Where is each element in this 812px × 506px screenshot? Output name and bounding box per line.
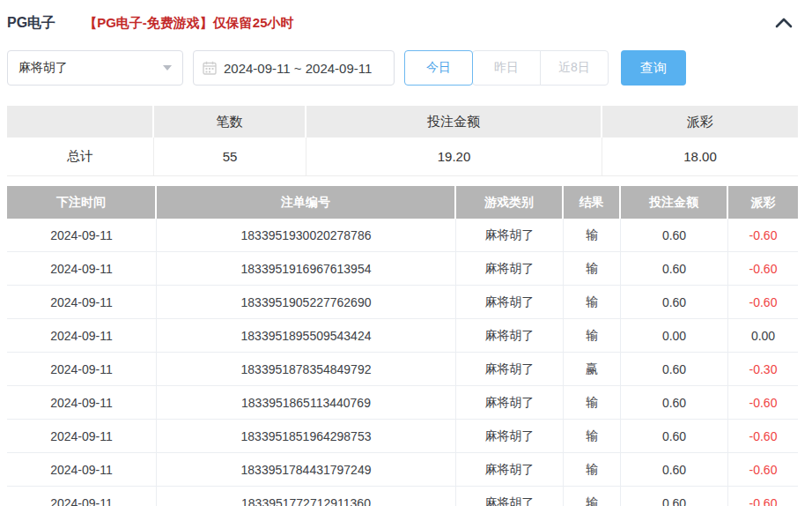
summary-header-blank bbox=[7, 106, 154, 138]
record-payout: -0.30 bbox=[728, 353, 798, 385]
record-order-no: 1833951916967613954 bbox=[157, 252, 456, 285]
record-game: 麻将胡了 bbox=[456, 286, 564, 318]
records-header-order-no: 注单编号 bbox=[157, 186, 456, 219]
record-date: 2024-09-11 bbox=[7, 319, 157, 352]
record-date: 2024-09-11 bbox=[7, 353, 157, 385]
panel-title: PG电子 bbox=[7, 14, 55, 33]
record-bet-amount: 0.60 bbox=[621, 420, 728, 452]
record-order-no: 1833951772712911360 bbox=[157, 487, 456, 506]
game-select-value: 麻将胡了 bbox=[18, 60, 163, 76]
record-date: 2024-09-11 bbox=[7, 252, 157, 285]
chevron-down-icon bbox=[163, 65, 172, 71]
summary-total-count: 55 bbox=[154, 138, 306, 175]
record-bet-amount: 0.60 bbox=[621, 386, 728, 419]
summary-header-bet-amount: 投注金额 bbox=[306, 106, 602, 138]
record-result: 输 bbox=[564, 453, 621, 486]
calendar-icon bbox=[203, 61, 217, 75]
today-button[interactable]: 今日 bbox=[404, 50, 473, 86]
quick-date-buttons: 今日 昨日 近8日 bbox=[404, 50, 609, 86]
summary-header-count: 笔数 bbox=[154, 106, 306, 138]
last8days-button[interactable]: 近8日 bbox=[540, 50, 609, 86]
record-payout: -0.60 bbox=[728, 219, 798, 251]
chevron-up-icon bbox=[775, 18, 793, 28]
record-payout: -0.60 bbox=[728, 420, 798, 452]
record-bet-amount: 0.60 bbox=[621, 453, 728, 486]
table-row: 2024-09-111833951905227762690麻将胡了输0.60-0… bbox=[7, 286, 798, 319]
summary-total-label: 总计 bbox=[7, 138, 154, 175]
record-game: 麻将胡了 bbox=[456, 353, 564, 385]
table-row: 2024-09-111833951895509543424麻将胡了输0.000.… bbox=[7, 319, 798, 353]
panel-notice: 【PG电子-免费游戏】仅保留25小时 bbox=[84, 15, 293, 32]
table-row: 2024-09-111833951930020278786麻将胡了输0.60-0… bbox=[7, 219, 798, 252]
yesterday-button[interactable]: 昨日 bbox=[472, 50, 541, 86]
record-date: 2024-09-11 bbox=[7, 386, 157, 419]
summary-total-row: 总计 55 19.20 18.00 bbox=[7, 138, 798, 176]
record-order-no: 1833951851964298753 bbox=[157, 420, 456, 452]
records-header-payout: 派彩 bbox=[728, 186, 798, 219]
record-game: 麻将胡了 bbox=[456, 453, 564, 486]
record-game: 麻将胡了 bbox=[456, 252, 564, 285]
record-game: 麻将胡了 bbox=[456, 487, 564, 506]
record-payout: -0.60 bbox=[728, 487, 798, 506]
table-row: 2024-09-111833951784431797249麻将胡了输0.60-0… bbox=[7, 453, 798, 487]
collapse-panel-button[interactable] bbox=[773, 12, 794, 33]
record-bet-amount: 0.60 bbox=[621, 252, 728, 285]
pg-records-panel: PG电子 【PG电子-免费游戏】仅保留25小时 麻将胡了 bbox=[0, 0, 812, 506]
record-result: 输 bbox=[564, 286, 621, 318]
record-result: 输 bbox=[564, 487, 621, 506]
record-order-no: 1833951878354849792 bbox=[157, 353, 456, 385]
summary-total-payout: 18.00 bbox=[602, 138, 798, 175]
record-result: 输 bbox=[564, 420, 621, 452]
record-result: 输 bbox=[564, 219, 621, 251]
record-bet-amount: 0.00 bbox=[621, 319, 728, 352]
record-bet-amount: 0.60 bbox=[621, 219, 728, 251]
query-button[interactable]: 查询 bbox=[621, 50, 686, 86]
date-range-picker[interactable]: 2024-09-11 ~ 2024-09-11 bbox=[193, 50, 395, 86]
record-date: 2024-09-11 bbox=[7, 487, 157, 506]
record-bet-amount: 0.60 bbox=[621, 487, 728, 506]
table-row: 2024-09-111833951865113440769麻将胡了输0.60-0… bbox=[7, 386, 798, 420]
record-date: 2024-09-11 bbox=[7, 219, 157, 251]
record-game: 麻将胡了 bbox=[456, 319, 564, 352]
records-header-result: 结果 bbox=[564, 186, 621, 219]
table-row: 2024-09-111833951878354849792麻将胡了赢0.60-0… bbox=[7, 353, 798, 386]
record-order-no: 1833951930020278786 bbox=[157, 219, 456, 251]
record-date: 2024-09-11 bbox=[7, 420, 157, 452]
summary-table: 笔数 投注金额 派彩 总计 55 19.20 18.00 bbox=[7, 106, 798, 176]
summary-header-row: 笔数 投注金额 派彩 bbox=[7, 106, 798, 138]
record-bet-amount: 0.60 bbox=[621, 286, 728, 318]
records-header-bet-amount: 投注金额 bbox=[621, 186, 728, 219]
record-result: 输 bbox=[564, 252, 621, 285]
game-select[interactable]: 麻将胡了 bbox=[7, 50, 183, 86]
record-game: 麻将胡了 bbox=[456, 420, 564, 452]
record-order-no: 1833951895509543424 bbox=[157, 319, 456, 352]
table-row: 2024-09-111833951851964298753麻将胡了输0.60-0… bbox=[7, 420, 798, 453]
record-payout: -0.60 bbox=[728, 252, 798, 285]
record-order-no: 1833951905227762690 bbox=[157, 286, 456, 318]
table-row: 2024-09-111833951916967613954麻将胡了输0.60-0… bbox=[7, 252, 798, 286]
summary-total-bet-amount: 19.20 bbox=[306, 138, 602, 175]
records-header-row: 下注时间 注单编号 游戏类别 结果 投注金额 派彩 bbox=[7, 186, 798, 219]
date-range-value: 2024-09-11 ~ 2024-09-11 bbox=[224, 61, 372, 76]
records-body: 2024-09-111833951930020278786麻将胡了输0.60-0… bbox=[7, 219, 798, 506]
record-date: 2024-09-11 bbox=[7, 453, 157, 486]
summary-header-payout: 派彩 bbox=[602, 106, 798, 138]
record-game: 麻将胡了 bbox=[456, 386, 564, 419]
record-order-no: 1833951865113440769 bbox=[157, 386, 456, 419]
record-bet-amount: 0.60 bbox=[621, 353, 728, 385]
record-game: 麻将胡了 bbox=[456, 219, 564, 251]
records-table: 下注时间 注单编号 游戏类别 结果 投注金额 派彩 2024-09-111833… bbox=[7, 186, 798, 506]
record-result: 赢 bbox=[564, 353, 621, 385]
filter-controls: 麻将胡了 2024-09-11 ~ 2024-09-11 bbox=[7, 50, 805, 86]
records-header-game-type: 游戏类别 bbox=[456, 186, 564, 219]
table-row: 2024-09-111833951772712911360麻将胡了输0.60-0… bbox=[7, 487, 798, 506]
record-result: 输 bbox=[564, 386, 621, 419]
panel-header: PG电子 【PG电子-免费游戏】仅保留25小时 bbox=[7, 0, 805, 33]
record-date: 2024-09-11 bbox=[7, 286, 157, 318]
record-payout: 0.00 bbox=[728, 319, 798, 352]
record-payout: -0.60 bbox=[728, 453, 798, 486]
record-order-no: 1833951784431797249 bbox=[157, 453, 456, 486]
record-payout: -0.60 bbox=[728, 286, 798, 318]
record-payout: -0.60 bbox=[728, 386, 798, 419]
records-header-bet-time: 下注时间 bbox=[7, 186, 157, 219]
